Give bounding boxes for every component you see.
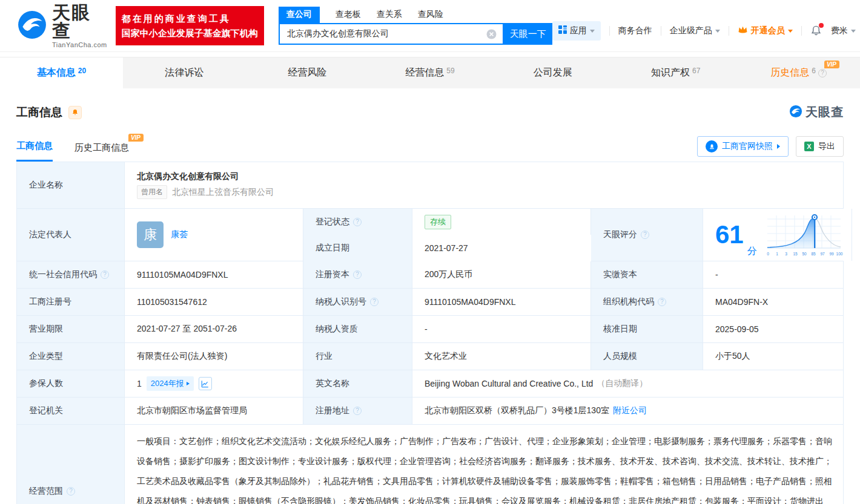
annual-report-badge[interactable]: 2024年报 <box>147 376 194 391</box>
notifications-bell[interactable] <box>810 25 822 37</box>
field-label: 注册资本 <box>303 261 412 288</box>
help-icon[interactable] <box>818 69 827 77</box>
score-unit: 分 <box>747 245 757 258</box>
search-tab-boss[interactable]: 查老板 <box>336 7 361 23</box>
nav-divider <box>801 26 802 36</box>
score-marker <box>814 218 815 248</box>
svg-text:3: 3 <box>785 252 787 256</box>
help-icon[interactable] <box>101 270 109 279</box>
slogan-line1: 都在用的商业查询工具 <box>122 11 258 25</box>
tianyancha-swirl-icon <box>17 10 47 42</box>
export-button[interactable]: X 导出 <box>796 136 844 157</box>
help-icon[interactable] <box>658 298 666 306</box>
search-tabs: 查公司 查老板 查关系 查风险 <box>279 7 552 23</box>
tab-label: 基本信息 <box>37 67 76 79</box>
tab-label: 历史信息 <box>770 67 809 79</box>
former-name-badge: 曾用名 <box>137 185 167 199</box>
tab-basic-info[interactable]: 基本信息 20 <box>0 57 123 88</box>
business-cooperation-link[interactable]: 商务合作 <box>618 25 652 36</box>
open-vip-menu[interactable]: 开通会员 <box>738 25 793 36</box>
tab-company-development[interactable]: 公司发展 <box>491 57 614 88</box>
industry-value: 文化艺术业 <box>412 343 591 370</box>
apps-label: 应用 <box>570 25 587 36</box>
subtab-label: 历史工商信息 <box>74 142 129 152</box>
table-row: 登记机关 北京市朝阳区市场监督管理局 注册地址 北京市朝阳区双桥（双桥乳品厂）3… <box>17 398 843 425</box>
search-input[interactable]: 北京偶办文化创意有限公司 <box>279 23 504 45</box>
tab-legal-proceedings[interactable]: 法律诉讼 <box>123 57 246 88</box>
help-icon[interactable] <box>67 487 75 496</box>
search-tab-company[interactable]: 查公司 <box>279 7 320 23</box>
enterprise-products-menu[interactable]: 企业级产品 <box>670 25 720 36</box>
svg-text:0: 0 <box>767 252 769 256</box>
company-type-value: 有限责任公司(法人独资) <box>125 343 303 370</box>
help-icon[interactable] <box>353 218 362 226</box>
vip-badge: VIP <box>128 134 144 142</box>
field-label: 企业名称 <box>17 162 125 208</box>
reg-capital-value: 200万人民币 <box>412 261 591 288</box>
svg-text:15: 15 <box>793 252 798 256</box>
excel-icon: X <box>804 142 814 151</box>
legal-rep-link[interactable]: 康荟 <box>171 229 188 240</box>
reg-address-cell: 北京市朝阳区双桥（双桥乳品厂）3号楼1层130室 附近公司 <box>412 398 843 424</box>
nearby-companies-link[interactable]: 附近公司 <box>613 405 647 416</box>
field-label: 行业 <box>303 343 412 370</box>
search-tab-relation[interactable]: 查关系 <box>377 7 402 23</box>
user-menu[interactable]: 费米 <box>831 25 856 36</box>
slogan-banner: 都在用的商业查询工具 国家中小企业发展子基金旗下机构 <box>116 6 264 45</box>
status-badge: 存续 <box>425 215 451 229</box>
org-code-value: MA04D9FN-X <box>703 289 843 315</box>
table-row: 营业期限 2021-07-27 至 2051-07-26 纳税人资质 - 核准日… <box>17 316 843 343</box>
tab-operating-info[interactable]: 经营信息 59 <box>369 57 492 88</box>
score-value: 61 <box>715 222 744 247</box>
english-name-cell: Beijing Woban Cultural and Creative Co.,… <box>412 370 843 397</box>
arrow-right-icon <box>777 144 780 149</box>
subtab-business-info[interactable]: 工商信息 <box>16 140 53 162</box>
vip-badge: VIP <box>824 61 839 68</box>
insured-count-value: 1 <box>137 379 142 388</box>
official-snapshot-button[interactable]: 工商官网快照 <box>697 136 789 157</box>
tab-history-info[interactable]: VIP 历史信息 6 <box>737 57 860 88</box>
avatar[interactable]: 康 <box>137 221 164 248</box>
score-cell[interactable]: 61 分 <box>703 209 852 261</box>
english-name-value: Beijing Woban Cultural and Creative Co.,… <box>425 379 593 388</box>
export-label: 导出 <box>818 141 835 152</box>
tab-label: 公司发展 <box>534 67 572 79</box>
apps-menu[interactable]: 应用 <box>552 21 601 41</box>
tab-count: 20 <box>78 67 86 75</box>
help-icon[interactable] <box>353 407 362 415</box>
table-row: 企业名称 北京偶办文化创意有限公司 曾用名 北京恒星上弦音乐有限公司 <box>17 162 843 209</box>
field-label: 成立日期 <box>303 235 412 261</box>
field-label: 登记机关 <box>17 398 125 424</box>
help-icon[interactable] <box>370 298 379 306</box>
taxpayer-quality-value: - <box>412 316 591 342</box>
paid-capital-value: - <box>703 261 843 288</box>
table-row: 统一社会信用代码 91110105MA04D9FNXL 注册资本 200万人民币… <box>17 261 843 289</box>
tab-intellectual-property[interactable]: 知识产权 67 <box>614 57 737 88</box>
clear-search-icon[interactable] <box>486 29 497 39</box>
svg-text:85: 85 <box>811 252 816 256</box>
help-icon[interactable] <box>353 270 362 279</box>
credit-code-value: 91110105MA04D9FNXL <box>125 261 303 288</box>
tab-operating-risk[interactable]: 经营风险 <box>246 57 369 88</box>
score-distribution-chart: 0 1 3 15 50 85 97 99 100 <box>766 211 843 259</box>
table-row: 经营范围 一般项目：文艺创作；组织文化艺术交流活动；文化娱乐经纪人服务；广告制作… <box>17 425 843 504</box>
field-label: 经营范围 <box>17 425 125 504</box>
legal-rep-cell: 康 康荟 <box>125 209 303 261</box>
apps-grid-icon <box>558 25 567 36</box>
taxpayer-id-value: 91110105MA04D9FNXL <box>412 289 591 315</box>
tianyancha-logo[interactable]: 天眼查 TianYanCha.com <box>17 4 107 48</box>
business-term-value: 2021-07-27 至 2051-07-26 <box>125 316 303 342</box>
help-icon[interactable] <box>641 231 649 239</box>
nav-divider <box>609 26 610 36</box>
logo-domain: TianYanCha.com <box>52 42 107 48</box>
search-button[interactable]: 天眼一下 <box>504 23 552 45</box>
reg-number-value: 110105031547612 <box>125 289 303 315</box>
monitor-bell-icon[interactable] <box>68 106 82 119</box>
approval-date-value: 2025-09-05 <box>703 316 843 342</box>
tab-label: 知识产权 <box>651 67 690 79</box>
trend-chart-icon[interactable] <box>199 377 212 390</box>
subtab-history-business-info[interactable]: VIP 历史工商信息 <box>74 142 129 162</box>
former-name: 北京恒星上弦音乐有限公司 <box>172 187 274 198</box>
search-tab-risk[interactable]: 查风险 <box>418 7 443 23</box>
field-label: 参保人数 <box>17 370 125 397</box>
